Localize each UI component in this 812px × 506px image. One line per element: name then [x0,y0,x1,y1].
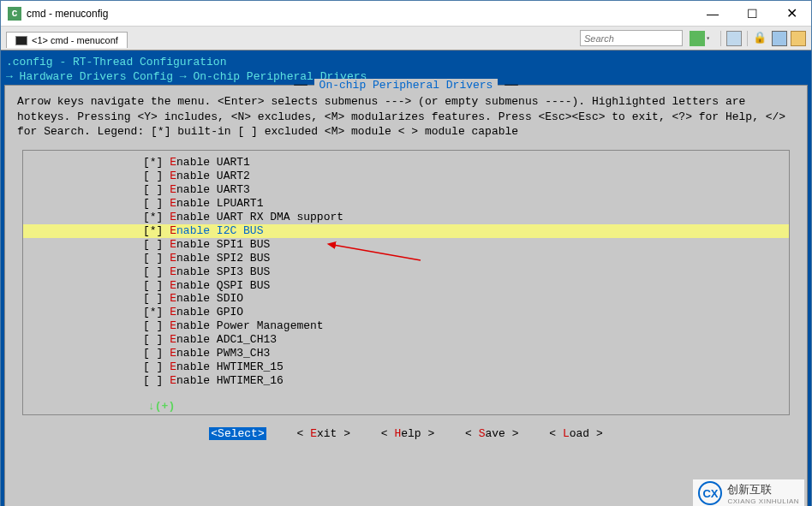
option-item[interactable]: [ ] Enable PWM3_CH3 [23,347,789,360]
folder-icon[interactable] [791,31,806,46]
option-item[interactable]: [ ] Enable QSPI BUS [23,279,789,293]
option-item[interactable]: [ ] Enable HWTIMER_15 [23,360,789,374]
windows-icon[interactable] [726,31,742,46]
watermark: CX 创新互联 CXIANG XINHULIAN [693,479,804,506]
option-item[interactable]: [*] Enable GPIO [23,306,789,319]
app-window: C cmd - menuconfig — ☐ ✕ <1> cmd - menuc… [0,0,812,506]
options-list[interactable]: [*] Enable UART1[ ] Enable UART2[ ] Enab… [22,150,790,415]
separator [747,31,748,46]
option-item[interactable]: [ ] Enable SDIO [23,292,789,306]
toolbar [690,31,806,46]
panel-title: On-chip Peripheral Drivers [314,79,499,92]
help-button[interactable]: < Help > [381,427,434,440]
maximize-button[interactable]: ☐ [732,1,772,27]
terminal-area: .config - RT-Thread Configuration → Hard… [1,51,811,506]
titlebar[interactable]: C cmd - menuconfig — ☐ ✕ [1,1,811,27]
tab-cmd-menuconfig[interactable]: <1> cmd - menuconf [6,32,128,48]
add-icon[interactable] [690,31,705,46]
separator [720,31,721,46]
exit-button[interactable]: < Exit > [297,427,350,440]
option-item[interactable]: [ ] Enable SPI2 BUS [23,252,789,265]
option-item[interactable]: [ ] Enable ADC1_CH13 [23,333,789,347]
option-item[interactable]: [*] Enable UART1 [23,156,789,170]
app-icon: C [8,7,21,21]
window-buttons: — ☐ ✕ [693,1,811,27]
help-text: Arrow keys navigate the menu. <Enter> se… [5,86,807,146]
lock-icon[interactable] [753,31,768,46]
window-title: cmd - menuconfig [27,8,693,20]
config-path: .config - RT-Thread Configuration [4,54,808,70]
option-item[interactable]: [ ] Enable UART2 [23,170,789,183]
watermark-text: 创新互联 [727,482,799,497]
save-icon[interactable] [772,31,787,46]
minimize-button[interactable]: — [693,1,732,27]
save-button[interactable]: < Save > [465,427,518,440]
close-button[interactable]: ✕ [772,1,811,27]
option-item[interactable]: [*] Enable I2C BUS [23,224,789,238]
option-item[interactable]: [ ] Enable UART3 [23,183,789,197]
watermark-sub: CXIANG XINHULIAN [727,497,799,505]
scroll-down-hint: ↓(+) [148,400,175,413]
option-item[interactable]: [ ] Enable SPI3 BUS [23,265,789,279]
option-item[interactable]: [ ] Enable Power Management [23,319,789,333]
watermark-logo-icon: CX [698,481,722,505]
tabbar: <1> cmd - menuconf [1,27,811,51]
button-bar: <Select> < Exit > < Help > < Save > < Lo… [5,422,807,449]
terminal-icon [15,36,27,45]
tab-label: <1> cmd - menuconf [32,35,118,45]
option-item[interactable]: [ ] Enable SPI1 BUS [23,238,789,252]
option-item[interactable]: [ ] Enable HWTIMER_16 [23,374,789,388]
search-input[interactable] [580,30,683,46]
option-item[interactable]: [*] Enable UART RX DMA support [23,211,789,224]
menuconfig-panel: ── On-chip Peripheral Drivers ── Arrow k… [4,85,808,506]
select-button[interactable]: <Select> [209,427,266,440]
load-button[interactable]: < Load > [549,427,602,440]
option-item[interactable]: [ ] Enable LPUART1 [23,197,789,211]
